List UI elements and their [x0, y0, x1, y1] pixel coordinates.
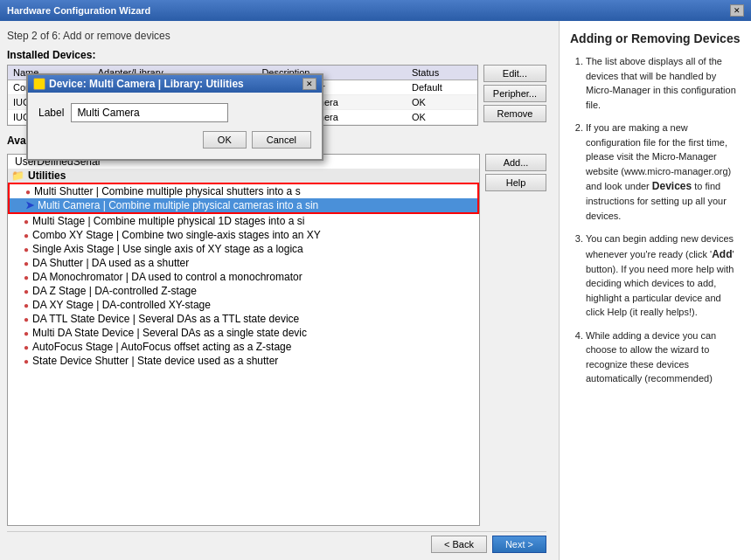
list-item-label: DA TTL State Device | Several DAs as a T…: [32, 313, 299, 325]
window-title: Hardware Configuration Wizard: [7, 5, 150, 16]
right-panel-title: Adding or Removing Devices: [570, 31, 741, 45]
list-item[interactable]: ●DA Z Stage | DA-controlled Z-stage: [8, 284, 479, 298]
list-item[interactable]: ●Multi DA State Device | Several DAs as …: [8, 326, 479, 340]
title-bar-controls: ✕: [730, 4, 744, 17]
list-item[interactable]: ●DA XY Stage | DA-controlled XY-stage: [8, 298, 479, 312]
right-panel-item-2: If you are making a new configuration fi…: [586, 121, 741, 223]
installed-action-buttons: Edit... Peripher... Remove: [483, 65, 546, 126]
list-item[interactable]: ●DA Monochromator | DA used to control a…: [8, 270, 479, 284]
list-item-label: Combo XY Stage | Combine two single-axis…: [32, 229, 321, 241]
list-item-label: AutoFocus Stage | AutoFocus offset actin…: [32, 341, 291, 353]
folder-icon: 📁: [11, 169, 24, 182]
bullet-icon: ●: [24, 356, 29, 366]
help-button[interactable]: Help: [485, 174, 546, 191]
dialog-close-button[interactable]: ✕: [302, 78, 316, 90]
list-item-label: DA Shutter | DA used as a shutter: [32, 257, 189, 269]
red-border-wrapper: ●Multi Shutter | Combine multiple physic…: [8, 183, 479, 214]
bullet-icon: ●: [24, 245, 29, 254]
bullet-icon: ●: [24, 301, 29, 310]
dialog-body: Label OK Cancel: [28, 93, 322, 159]
list-item-label: Utilities: [28, 169, 66, 182]
step-label: Step 2 of 6: Add or remove devices: [7, 28, 546, 44]
add-help-buttons: Add... Help: [485, 154, 546, 526]
list-item[interactable]: ●Multi Shutter | Combine multiple physic…: [10, 184, 477, 198]
next-button[interactable]: Next >: [492, 536, 546, 553]
device-dialog: Device: Multi Camera | Library: Utilitie…: [26, 73, 323, 161]
table-cell: OK: [407, 95, 477, 110]
list-item[interactable]: ●Single Axis Stage | Use single axis of …: [8, 242, 479, 256]
bullet-icon: ●: [24, 328, 29, 338]
add-button[interactable]: Add...: [485, 154, 546, 171]
table-cell: Default: [407, 80, 477, 95]
dialog-title-icon: [33, 78, 45, 90]
dialog-ok-button[interactable]: OK: [203, 131, 247, 149]
dialog-input[interactable]: [71, 103, 228, 122]
close-button[interactable]: ✕: [730, 4, 744, 17]
dialog-cancel-button[interactable]: Cancel: [252, 131, 311, 149]
bullet-icon: ●: [24, 259, 29, 268]
bullet-icon: ●: [24, 217, 29, 226]
bottom-nav: < Back Next >: [7, 531, 546, 553]
bullet-icon: ●: [25, 187, 31, 197]
available-devices-section: Available Devices: list by vendor compac…: [7, 131, 546, 526]
available-content: UserDefinedSerial📁Utilities●Multi Shutte…: [7, 154, 546, 526]
list-item[interactable]: ●Combo XY Stage | Combine two single-axi…: [8, 228, 479, 242]
list-item[interactable]: ●DA TTL State Device | Several DAs as a …: [8, 312, 479, 326]
bullet-icon: ●: [24, 231, 29, 240]
dialog-title-text: Device: Multi Camera | Library: Utilitie…: [49, 78, 244, 90]
arrow-icon: ➤: [25, 199, 34, 211]
list-item[interactable]: ●DA Shutter | DA used as a shutter: [8, 256, 479, 270]
right-panel: Adding or Removing Devices The list abov…: [559, 21, 751, 560]
right-panel-item-3: You can begin adding new devices wheneve…: [586, 232, 741, 320]
list-item[interactable]: ➤Multi Camera | Combine multiple physica…: [10, 198, 477, 212]
list-item[interactable]: 📁Utilities: [8, 169, 479, 183]
list-item[interactable]: ●AutoFocus Stage | AutoFocus offset acti…: [8, 340, 479, 354]
list-item-label: Multi Shutter | Combine multiple physica…: [34, 185, 301, 197]
bullet-icon: ●: [24, 287, 29, 296]
back-button[interactable]: < Back: [431, 536, 487, 553]
list-item-label: DA XY Stage | DA-controlled XY-stage: [32, 299, 211, 311]
list-item-label: Multi DA State Device | Several DAs as a…: [32, 327, 307, 339]
peripher-button[interactable]: Peripher...: [483, 85, 546, 102]
list-item[interactable]: ●Multi Stage | Combine multiple physical…: [8, 214, 479, 228]
edit-button[interactable]: Edit...: [483, 65, 546, 82]
list-item-label: Multi Stage | Combine multiple physical …: [32, 215, 304, 227]
available-device-list[interactable]: UserDefinedSerial📁Utilities●Multi Shutte…: [7, 154, 480, 526]
installed-devices-label: Installed Devices:: [7, 49, 546, 61]
dialog-buttons: OK Cancel: [38, 131, 311, 149]
list-item[interactable]: ●State Device Shutter | State device use…: [8, 354, 479, 368]
bullet-icon: ●: [24, 315, 29, 324]
right-panel-item-4: While adding a device you can choose to …: [586, 328, 741, 386]
col-status: Status: [407, 66, 477, 80]
title-bar: Hardware Configuration Wizard ✕: [0, 0, 751, 21]
remove-button[interactable]: Remove: [483, 105, 546, 122]
dialog-label: Label: [38, 107, 64, 119]
table-cell: OK: [407, 110, 477, 125]
list-item-label: DA Z Stage | DA-controlled Z-stage: [32, 285, 197, 297]
bullet-icon: ●: [24, 273, 29, 282]
list-item-label: State Device Shutter | State device used…: [32, 355, 278, 367]
dialog-overlay: Device: Multi Camera | Library: Utilitie…: [26, 73, 323, 161]
bullet-icon: ●: [24, 342, 29, 352]
dialog-label-row: Label: [38, 103, 311, 122]
dialog-title-bar: Device: Multi Camera | Library: Utilitie…: [28, 75, 322, 93]
list-item-label: DA Monochromator | DA used to control a …: [32, 271, 302, 283]
list-item-label: Multi Camera | Combine multiple physical…: [38, 199, 318, 211]
right-panel-list: The list above displays all of the devic…: [570, 54, 741, 386]
list-item-label: Single Axis Stage | Use single axis of X…: [32, 243, 303, 255]
right-panel-item-1: The list above displays all of the devic…: [586, 54, 741, 112]
